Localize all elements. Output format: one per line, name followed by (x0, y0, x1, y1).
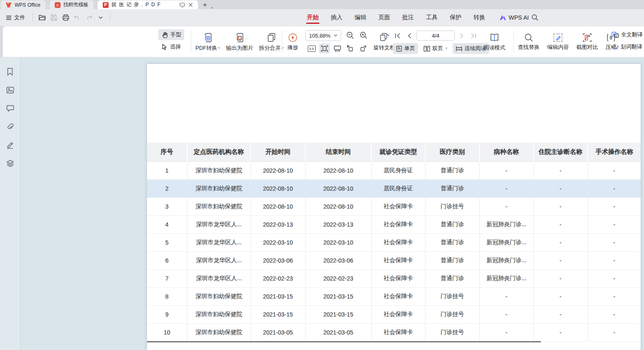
table-cell: - (533, 287, 588, 305)
full-translate-button[interactable]: A文 全文翻译 (609, 29, 644, 40)
word-translate-icon: 文A (611, 43, 619, 50)
menu-tab-page[interactable]: 页面 (378, 10, 390, 25)
tab-close-icon[interactable] (188, 3, 193, 7)
table-row: 3深圳市妇幼保健院2022-08-102022-08-10社会保障卡门诊挂号--… (147, 197, 641, 215)
table-cell: 深圳市妇幼保健院 (187, 323, 251, 341)
table-cell: 新冠肺炎门诊... (479, 251, 533, 269)
divider (282, 31, 282, 53)
zoom-out-button[interactable] (345, 30, 355, 40)
hand-tool-label: 手型 (170, 31, 181, 38)
next-page-button[interactable] (457, 31, 467, 41)
double-page-button[interactable]: 双页 ˅ (421, 43, 450, 54)
table-cell: 深圳市妇幼保健院 (187, 197, 251, 215)
play-button[interactable]: 播放 (285, 29, 300, 54)
open-file-icon[interactable] (37, 13, 47, 23)
menu-tab-tools[interactable]: 工具 (426, 10, 438, 25)
table-cell: 2022-03-10 (305, 233, 371, 251)
find-replace-button[interactable]: 查找替换 (516, 29, 542, 54)
table-cell: 门诊挂号 (425, 287, 479, 305)
table-cell: - (588, 305, 641, 323)
undo-icon[interactable] (72, 13, 82, 23)
new-tab-button[interactable]: + (203, 1, 207, 9)
tab-bar: WPS Office ʋ 找稻壳模板 P 就医记录.PDF + ⌄ (0, 0, 644, 9)
toolbar-panel: 手型 选择 W PDF转换˅ 输出为图片 拆分合并˅ 播放 10 (3, 26, 644, 57)
table-cell: 普通门诊 (425, 233, 479, 251)
table-cell: 普通门诊 (425, 179, 479, 197)
rotate-right-button[interactable] (358, 43, 369, 53)
single-page-label: 单页 (404, 45, 415, 52)
page-number-input[interactable] (416, 31, 455, 41)
menu-tab-insert[interactable]: 插入 (331, 10, 342, 25)
table-cell: 2 (147, 179, 187, 197)
menu-tab-comment[interactable]: 批注 (402, 10, 414, 25)
print-icon[interactable] (61, 13, 71, 23)
table-cell: 社会保障卡 (371, 215, 425, 233)
actual-size-button[interactable]: 1:1 (306, 43, 317, 54)
save-icon[interactable] (49, 13, 59, 23)
tab-wps-home[interactable]: WPS Office (1, 0, 46, 9)
screenshot-compare-button[interactable]: 截图对比 (574, 29, 600, 54)
chevron-down-icon (334, 34, 337, 37)
zoom-out-icon (346, 31, 354, 39)
first-page-button[interactable] (393, 31, 402, 41)
redo-icon[interactable] (84, 13, 94, 23)
table-cell: - (479, 179, 533, 197)
menu-tab-home[interactable]: 开始 (307, 10, 319, 25)
zoom-in-button[interactable] (358, 30, 369, 40)
file-menu-label: 文件 (14, 14, 25, 21)
thumbnail-icon[interactable] (5, 85, 15, 95)
menu-tab-convert[interactable]: 转换 (474, 10, 485, 25)
tab-list-chevron-icon[interactable]: ⌄ (210, 5, 214, 9)
hamburger-icon (6, 15, 12, 20)
wps-ai-icon (499, 15, 506, 20)
table-cell: 普通门诊 (425, 215, 479, 233)
word-translate-button[interactable]: 文A 划词翻译 ˅ (609, 41, 644, 52)
table-cell: 社会保障卡 (371, 287, 425, 305)
menu-tab-protect[interactable]: 保护 (450, 10, 461, 25)
export-image-icon (235, 32, 245, 43)
table-cell: 2022-08-10 (305, 197, 371, 215)
export-image-button[interactable]: 输出为图片 (224, 29, 255, 54)
menu-tab-edit[interactable]: 编辑 (355, 10, 366, 25)
rotate-left-button[interactable] (345, 43, 355, 53)
table-cell: - (588, 233, 641, 251)
fit-page-button[interactable] (319, 43, 330, 54)
table-cell: 10 (147, 323, 187, 341)
comment-icon[interactable] (5, 103, 15, 113)
find-replace-icon (524, 33, 533, 42)
attachment-icon[interactable] (5, 122, 15, 132)
table-cell: 新冠肺炎门诊... (479, 233, 533, 251)
table-cell: 2022-03-06 (305, 251, 371, 269)
menu-search-icon[interactable] (531, 14, 540, 22)
last-page-button[interactable] (469, 31, 478, 41)
zoom-level-dropdown[interactable]: 105.88% (305, 30, 341, 41)
fit-width-button[interactable] (332, 43, 343, 54)
table-cell: 1 (147, 161, 187, 179)
tab-document-active[interactable]: P 就医记录.PDF (98, 0, 198, 9)
select-tool-button[interactable]: 选择 (158, 41, 184, 52)
table-cell: 新冠肺炎门诊... (479, 215, 533, 233)
layers-icon[interactable] (5, 158, 15, 169)
fit-width-icon (334, 45, 341, 52)
hand-tool-button[interactable]: 手型 (158, 29, 184, 40)
divider (513, 31, 514, 53)
qat-chevron-icon[interactable] (96, 13, 106, 23)
table-cell: 4 (147, 215, 187, 233)
read-mode-button[interactable]: 阅读模式 (482, 29, 507, 54)
table-cell: - (479, 323, 533, 341)
tab-monitor-icon[interactable] (180, 3, 185, 8)
full-translate-icon: A文 (611, 31, 619, 38)
edit-content-button[interactable]: 编辑内容 (545, 29, 571, 54)
annotate-pen-icon[interactable] (5, 140, 15, 150)
table-row: 2深圳市妇幼保健院2022-08-102022-08-10居民身份证普通门诊--… (147, 179, 641, 197)
wps-ai-button[interactable]: WPS AI (499, 9, 529, 26)
pdf-page[interactable]: 序号定点医药机构名称开始时间结束时间就诊凭证类型医疗类别病种名称住院主诊断名称手… (147, 64, 641, 350)
single-page-button[interactable]: 单页 (393, 43, 418, 54)
bookmark-icon[interactable] (5, 66, 15, 77)
rotate-left-icon (346, 45, 354, 52)
file-menu-button[interactable]: 文件 (3, 12, 28, 23)
hand-icon (161, 31, 168, 38)
tab-docer[interactable]: ʋ 找稻壳模板 (50, 0, 94, 9)
prev-page-button[interactable] (405, 31, 414, 41)
pdf-convert-button[interactable]: W PDF转换˅ (193, 29, 222, 54)
